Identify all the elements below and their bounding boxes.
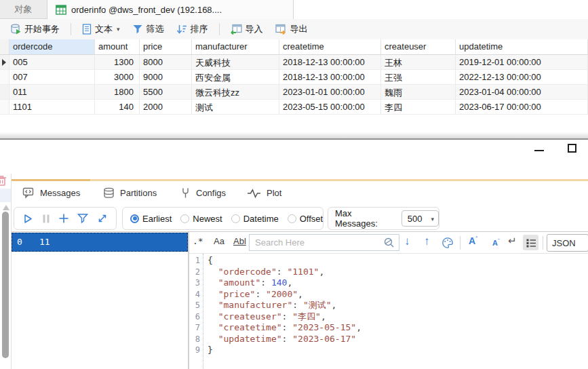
column-header[interactable]: manufacturer [192,39,279,55]
column-header[interactable]: createuser [381,39,456,55]
radio-icon [288,214,296,223]
play-icon[interactable] [22,213,33,225]
table-cell[interactable]: 2023-01-04 00:00:00 [456,85,588,100]
message-list[interactable]: 0 11 [12,232,188,369]
toolbar-separator [460,236,460,250]
begin-transaction-button[interactable]: 开始事务 [5,21,64,37]
row-marker-cell [0,100,9,115]
tab-configs[interactable]: Configs [173,181,238,205]
table-cell[interactable]: 2018-12-13 00:00:00 [279,55,381,70]
filter-icon[interactable] [77,213,88,224]
table-cell[interactable]: 2023-01-01 00:00:00 [279,85,381,100]
table-row[interactable]: 00513008000天威科技2018-12-13 00:00:00王林2019… [0,55,588,70]
radio-datetime[interactable]: Datetime [231,214,279,224]
table-cell[interactable]: 2022-12-13 00:00:00 [456,70,588,85]
max-messages-select[interactable]: 500 ▾ [401,210,439,227]
table-cell[interactable]: 李四 [381,100,456,115]
line-number: 6 [189,311,200,323]
search-icon[interactable] [383,237,396,249]
table-cell[interactable]: 1101 [9,100,95,115]
match-word-toggle[interactable]: Abl [233,236,246,246]
font-increase-icon[interactable]: Aˆ [469,235,477,246]
table-cell[interactable]: 140 [95,100,140,115]
maximize-icon[interactable] [568,144,576,153]
table-cell[interactable]: 2023-05-15 00:00:00 [279,100,381,115]
message-row-selected[interactable]: 0 11 [12,233,188,252]
trash-icon[interactable] [0,175,7,187]
consumer-mode-group: Earliest Newest Datetime Offset [122,207,324,230]
table-cell[interactable]: 8000 [140,55,192,70]
tab-plot-label: Plot [267,188,281,198]
column-header[interactable]: amount [95,39,140,55]
table-cell[interactable]: 011 [9,85,95,100]
arrow-down-icon[interactable]: ↓ [404,235,410,248]
partitions-stack-icon [103,187,115,199]
search-input[interactable] [249,234,399,251]
format-list-icon[interactable] [523,235,538,250]
match-case-toggle[interactable]: Aa [214,236,224,246]
table-cell[interactable]: 天威科技 [192,55,279,70]
palette-icon[interactable] [442,237,454,249]
table-cell[interactable]: 2018-12-13 00:00:00 [279,70,381,85]
radio-earliest[interactable]: Earliest [130,214,172,224]
table-cell[interactable]: 1800 [95,85,140,100]
table-cell[interactable]: 5500 [140,85,192,100]
font-decrease-icon[interactable]: Aˉ [492,237,500,247]
table-cell[interactable]: 魏雨 [381,85,456,100]
json-editor[interactable]: 123456789 { "ordercode": "1101", "amount… [189,254,588,369]
column-header[interactable]: createtime [279,39,381,55]
format-select[interactable]: JSON [547,234,588,252]
table-cell[interactable]: 3000 [95,70,140,85]
consumer-actions-group [14,207,117,230]
window-divider [0,132,588,140]
radio-newest[interactable]: Newest [180,214,222,224]
table-row[interactable]: 00730009000西安金属2018-12-13 00:00:00王强2022… [0,70,588,85]
table-cell[interactable]: 王强 [381,70,456,85]
table-icon [56,5,66,15]
table-cell[interactable]: 微云科技zz [192,85,279,100]
export-grid-icon [275,24,287,35]
pause-icon[interactable] [42,214,50,224]
table-cell[interactable]: 2000 [140,100,192,115]
column-header[interactable]: price [140,39,192,55]
return-icon[interactable]: ↵ [508,235,517,247]
scrollbar-thumb[interactable] [2,212,9,358]
tab-objects[interactable]: 对象 [0,0,47,19]
arrow-up-icon[interactable]: ↑ [424,235,430,248]
export-button[interactable]: 导出 [271,21,313,37]
column-header[interactable]: updatetime [456,39,588,55]
sort-button[interactable]: 排序 [172,21,213,37]
table-cell[interactable]: 测试 [192,100,279,115]
line-number: 9 [189,345,200,356]
table-row[interactable]: 01118005500微云科技zz2023-01-01 00:00:00魏雨20… [0,85,588,100]
row-marker-cell [0,70,9,85]
tab-plot[interactable]: Plot [239,181,293,205]
expand-icon[interactable] [97,213,108,224]
text-view-button[interactable]: 文本 ▾ [77,21,125,37]
table-cell[interactable]: 王林 [381,55,456,70]
table-row[interactable]: 11011402000测试2023-05-15 00:00:00李四2023-0… [0,100,588,115]
table-cell[interactable]: 1300 [95,55,140,70]
radio-offset[interactable]: Offset [288,214,323,224]
filter-button[interactable]: 筛选 [128,21,169,37]
tab-messages[interactable]: Messages [12,181,93,205]
tab-partitions[interactable]: Partitions [95,181,171,205]
chevron-down-icon: ▾ [431,216,434,222]
table-cell[interactable]: 007 [9,70,95,85]
column-header[interactable]: ordercode [9,39,95,55]
import-button[interactable]: 导入 [226,21,268,37]
line-number: 8 [189,334,200,345]
minimize-icon[interactable] [534,150,544,151]
line-number: 5 [189,300,200,311]
add-icon[interactable] [58,213,69,224]
table-cell[interactable]: 西安金属 [192,70,279,85]
regex-toggle[interactable]: .* [193,236,203,246]
tab-orderinfo[interactable]: orderinfo @dws_front_dev (192.168.... [47,0,294,19]
toolbar-separator [71,23,71,35]
table-cell[interactable]: 005 [9,55,95,70]
table-cell[interactable]: 2023-06-17 00:00:00 [456,100,588,115]
radio-icon [130,214,139,223]
table-cell[interactable]: 9000 [140,70,192,85]
table-cell[interactable]: 2019-12-01 00:00:00 [456,55,588,70]
scrollbar-up-icon[interactable] [3,205,9,210]
